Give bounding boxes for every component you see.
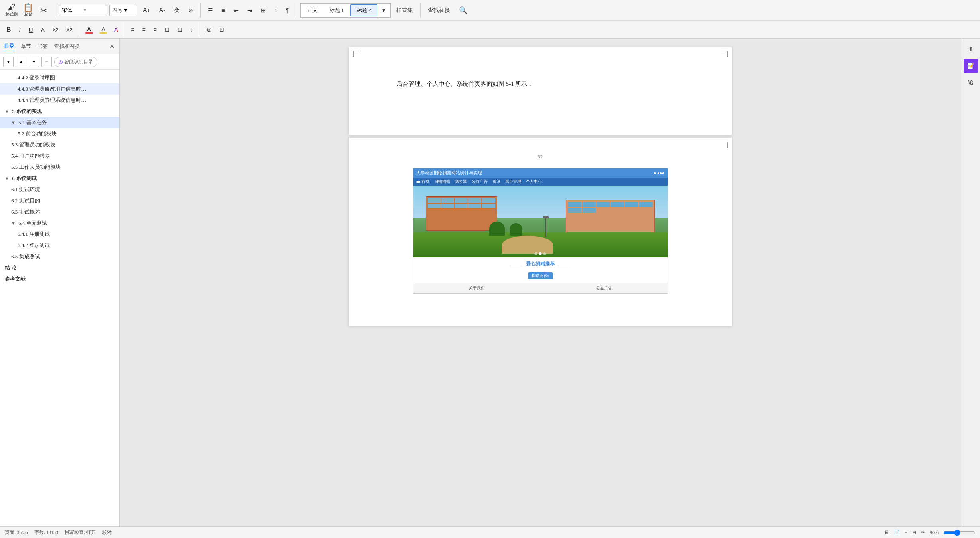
align-right-button[interactable]: ≡ xyxy=(150,24,160,35)
nav-news: 资讯 xyxy=(492,179,500,184)
toc-item-641[interactable]: 6.4.1 注册测试 xyxy=(0,229,119,240)
font-family-dropdown-arrow: ▼ xyxy=(83,8,104,12)
line-spacing-button[interactable]: ↕ xyxy=(187,24,196,35)
increase-font-button[interactable]: A+ xyxy=(140,5,153,16)
indent-increase-button[interactable]: ⇥ xyxy=(244,5,255,16)
add-heading-button[interactable]: + xyxy=(29,57,39,67)
w xyxy=(611,202,624,207)
toc-item-443[interactable]: 4.4.3 管理员修改用户信息时… xyxy=(0,83,119,95)
highlight-button[interactable]: A xyxy=(97,24,110,35)
page-number: 32 xyxy=(397,154,684,160)
discussion-button[interactable]: 论 xyxy=(964,75,978,90)
edit-icon[interactable]: ✏ xyxy=(921,530,925,536)
tab-chapter[interactable]: 章节 xyxy=(20,42,32,51)
clear-format-button[interactable]: ⊘ xyxy=(185,5,196,16)
tab-toc[interactable]: 目录 xyxy=(3,41,15,51)
w xyxy=(639,202,653,207)
italic-button[interactable]: I xyxy=(16,24,24,35)
sidebar-close-button[interactable]: ✕ xyxy=(108,42,116,51)
change-case-button[interactable]: 变 xyxy=(171,5,183,16)
layout-icon3[interactable]: ≡ xyxy=(905,530,907,536)
subscript-button[interactable]: X2 xyxy=(63,24,75,35)
style-h2[interactable]: 标题 2 xyxy=(350,4,377,16)
toc-item-63[interactable]: 6.3 测试概述 xyxy=(0,206,119,218)
toc-item-65[interactable]: 6.5 集成测试 xyxy=(0,251,119,262)
toc-item-conclusion[interactable]: 结 论 xyxy=(0,262,119,273)
w xyxy=(428,198,441,203)
toc-item-53[interactable]: 5.3 管理员功能模块 xyxy=(0,139,119,150)
arrow-5: ▼ xyxy=(5,109,9,114)
search-button[interactable]: 🔍 xyxy=(456,5,471,16)
strikethrough-button[interactable]: A̶ xyxy=(38,24,48,35)
toc-item-442[interactable]: 4.4.2 登录时序图 xyxy=(0,72,119,83)
numbering-button[interactable]: ≡ xyxy=(219,5,228,16)
style-h1[interactable]: 标题 1 xyxy=(324,5,350,16)
align-justify-button[interactable]: ⊟ xyxy=(162,24,173,35)
columns-button[interactable]: ⊞ xyxy=(174,24,186,35)
align-center-button[interactable]: ≡ xyxy=(139,24,149,35)
ai-recognize-button[interactable]: ◎ 智能识别目录 xyxy=(54,57,97,67)
layout-icon1[interactable]: 🖥 xyxy=(884,530,889,536)
layout-icon4[interactable]: ⊟ xyxy=(912,530,916,536)
doc-area[interactable]: 后台管理、个人中心。系统首页界面如图 5-1 所示： 32 大学校园旧物捐赠网站… xyxy=(120,39,961,526)
w xyxy=(441,198,454,203)
w xyxy=(482,204,495,208)
text-effect-button[interactable]: A xyxy=(111,24,121,35)
borders-button[interactable]: ⊡ xyxy=(216,24,227,35)
indent-decrease-button[interactable]: ⇤ xyxy=(231,5,242,16)
lamp1 xyxy=(545,216,546,237)
bullets-button[interactable]: ☰ xyxy=(205,5,216,16)
font-size-selector[interactable]: 四号 ▼ xyxy=(109,5,137,16)
align-left-button[interactable]: ≡ xyxy=(128,24,137,35)
collapse-all-button[interactable]: ▲ xyxy=(16,57,26,67)
styles-dropdown-arrow[interactable]: ▼ xyxy=(378,5,389,16)
toc-item-64[interactable]: ▼ 6.4 单元测试 xyxy=(0,218,119,229)
decrease-font-button[interactable]: A- xyxy=(156,5,168,16)
toc-item-444[interactable]: 4.4.4 管理员管理系统信息时… xyxy=(0,95,119,106)
toc-item-62[interactable]: 6.2 测试目的 xyxy=(0,195,119,206)
paste-button[interactable]: 📋 粘贴 xyxy=(21,2,36,18)
corner-tr xyxy=(721,51,728,57)
font-color-group: A A A xyxy=(82,24,121,35)
toc-item-5[interactable]: ▼ 5 系统的实现 xyxy=(0,106,119,117)
toc-item-55[interactable]: 5.5 工作人员功能模块 xyxy=(0,162,119,173)
tab-find-replace[interactable]: 查找和替换 xyxy=(53,42,81,51)
collapse-icon: ⬆ xyxy=(968,45,973,53)
format-paint-button[interactable]: 🖌 格式刷 xyxy=(3,2,20,18)
dot3 xyxy=(543,252,546,255)
style-normal[interactable]: 正文 xyxy=(302,5,323,16)
toc-item-51[interactable]: ▼ 5.1 基本任务 xyxy=(0,117,119,128)
zoom-slider[interactable] xyxy=(943,530,975,536)
arrow-6: ▼ xyxy=(5,176,9,181)
toc-item-642[interactable]: 6.4.2 登录测试 xyxy=(0,240,119,251)
paste-icon: 📋 xyxy=(23,3,33,11)
collapse-panel-button[interactable]: ⬆ xyxy=(964,42,978,56)
font-family-selector[interactable]: 宋体 ▼ xyxy=(59,5,107,16)
toc-list: 4.4.2 登录时序图 4.4.3 管理员修改用户信息时… 4.4.4 管理员管… xyxy=(0,70,119,526)
shading-button[interactable]: ▧ xyxy=(203,24,215,35)
toc-item-6[interactable]: ▼ 6 系统测试 xyxy=(0,173,119,184)
styles-set-button[interactable]: 样式集 xyxy=(393,5,416,16)
comment-mode-button[interactable]: 📝 xyxy=(964,59,978,73)
cut-button[interactable]: ✂ xyxy=(36,5,51,16)
page-info: 页面: 35/55 xyxy=(5,529,28,536)
paragraph-mark-button[interactable]: ¶ xyxy=(283,5,292,16)
remove-heading-button[interactable]: − xyxy=(41,57,52,67)
sort-button[interactable]: ↕ xyxy=(271,5,281,16)
toc-item-references[interactable]: 参考文献 xyxy=(0,273,119,285)
underline-button[interactable]: U xyxy=(26,24,36,35)
toc-item-54[interactable]: 5.4 用户功能模块 xyxy=(0,150,119,162)
more-button[interactable]: 捐赠更多» xyxy=(528,272,553,279)
w xyxy=(582,202,596,207)
find-replace-button[interactable]: 查找替换 xyxy=(425,5,453,16)
layout-icon2[interactable]: 📄 xyxy=(894,530,900,536)
expand-all-button[interactable]: ▼ xyxy=(3,57,14,67)
toc-item-61[interactable]: 6.1 测试环境 xyxy=(0,184,119,195)
multilevel-list-button[interactable]: ⊞ xyxy=(258,5,269,16)
toc-item-52[interactable]: 5.2 前台功能模块 xyxy=(0,128,119,139)
font-color-button[interactable]: A xyxy=(82,24,96,35)
superscript-button[interactable]: X2 xyxy=(49,24,62,35)
sidebar-controls: ▼ ▲ + − ◎ 智能识别目录 xyxy=(0,54,119,70)
bold-button[interactable]: B xyxy=(3,24,14,35)
tab-bookmark[interactable]: 书签 xyxy=(37,42,49,51)
